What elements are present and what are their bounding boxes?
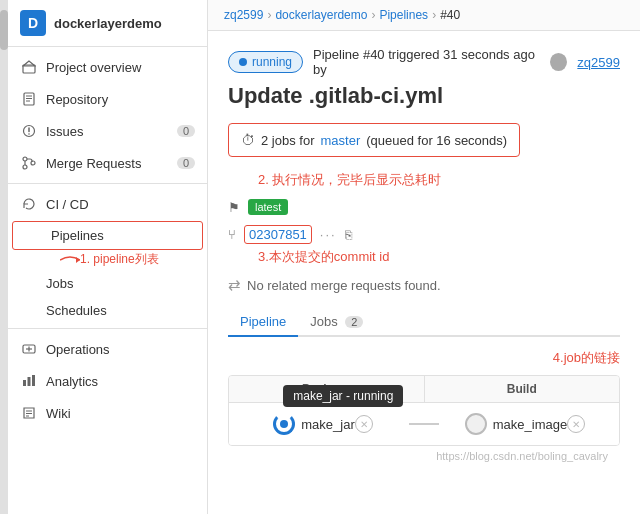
no-mr-text: No related merge requests found.: [247, 278, 441, 293]
project-name: dockerlayerdemo: [54, 16, 162, 31]
sidebar-item-merge-requests[interactable]: Merge Requests 0: [8, 147, 207, 179]
sidebar-item-issues[interactable]: Issues 0: [8, 115, 207, 147]
annotation1-text: 1. pipeline列表: [80, 251, 159, 268]
svg-point-7: [28, 133, 30, 135]
sidebar-item-label: Merge Requests: [46, 156, 141, 171]
pipeline-status-row: running Pipeline #40 triggered 31 second…: [228, 47, 620, 77]
tab-pipeline-label: Pipeline: [240, 314, 286, 329]
job-pending-icon: [465, 413, 487, 435]
book-icon: [20, 90, 38, 108]
commit-dots: ···: [320, 227, 337, 242]
status-label: running: [252, 55, 292, 69]
watermark: https://blog.csdn.net/boling_cavalry: [228, 446, 620, 466]
sidebar-scrollbar[interactable]: [0, 0, 8, 514]
breadcrumb-sep1: ›: [267, 8, 271, 22]
sidebar-item-label: Pipelines: [51, 228, 104, 243]
scrollbar-thumb: [0, 10, 8, 50]
breadcrumb-sep3: ›: [432, 8, 436, 22]
main-content: zq2599 › dockerlayerdemo › Pipelines › #…: [208, 0, 640, 514]
sidebar-item-project-overview[interactable]: Project overview: [8, 51, 207, 83]
sidebar-item-schedules[interactable]: Schedules: [8, 297, 207, 324]
jobs-info-text: 2 jobs for: [261, 133, 314, 148]
wiki-icon: [20, 404, 38, 422]
annotation4-text: 4.job的链接: [228, 349, 620, 367]
sidebar-item-repository[interactable]: Repository: [8, 83, 207, 115]
stage-col-build: make_image ✕: [443, 413, 607, 435]
svg-rect-16: [28, 377, 31, 386]
sidebar-item-label: Schedules: [46, 303, 107, 318]
sidebar-item-label: Project overview: [46, 60, 141, 75]
sidebar-item-operations[interactable]: Operations: [8, 333, 207, 365]
commit-id-link[interactable]: 02307851: [244, 225, 312, 244]
jobs-info-row: ⏱ 2 jobs for master (queued for 16 secon…: [228, 123, 620, 167]
annotation1-container: 1. pipeline列表: [60, 251, 207, 268]
job-cancel-button[interactable]: ✕: [355, 415, 373, 433]
sidebar-divider: [8, 183, 207, 184]
job-name-make-image: make_image: [493, 417, 567, 432]
annotation1-arrow-icon: [60, 254, 80, 266]
job-cancel-button2[interactable]: ✕: [567, 415, 585, 433]
breadcrumb: zq2599 › dockerlayerdemo › Pipelines › #…: [208, 0, 640, 31]
operations-icon: [20, 340, 38, 358]
job-tooltip: make_jar - running: [283, 385, 403, 407]
page-title: Update .gitlab-ci.yml: [228, 83, 620, 109]
copy-icon[interactable]: ⎘: [345, 228, 352, 242]
job-node-make-image[interactable]: make_image: [465, 413, 567, 435]
latest-badge-row: ⚑ latest: [228, 199, 620, 215]
sidebar-item-jobs[interactable]: Jobs: [8, 270, 207, 297]
job-name-make-jar: make_jar: [301, 417, 354, 432]
job-make-jar: make_jar - running make_jar: [273, 413, 354, 435]
sidebar-item-ci-cd[interactable]: CI / CD: [8, 188, 207, 220]
commit-row: ⑂ 02307851 ··· ⎘: [228, 225, 620, 244]
branch-link[interactable]: master: [320, 133, 360, 148]
sidebar-item-label: Operations: [46, 342, 110, 357]
issue-icon: [20, 122, 38, 140]
stage-col-package: make_jar - running make_jar ✕: [241, 413, 405, 435]
home-icon: [20, 58, 38, 76]
breadcrumb-user[interactable]: zq2599: [224, 8, 263, 22]
user-avatar: [550, 53, 567, 71]
svg-point-8: [23, 157, 27, 161]
sidebar-item-pipelines[interactable]: Pipelines: [12, 221, 203, 250]
tab-pipeline[interactable]: Pipeline: [228, 308, 298, 337]
svg-rect-15: [23, 380, 26, 386]
analytics-icon: [20, 372, 38, 390]
project-avatar: D: [20, 10, 46, 36]
queue-info: (queued for 16 seconds): [366, 133, 507, 148]
cicd-icon: [20, 195, 38, 213]
status-badge: running: [228, 51, 303, 73]
merge-icon: ⇄: [228, 276, 241, 294]
flag-icon: ⚑: [228, 200, 240, 215]
svg-point-9: [23, 165, 27, 169]
page-content: running Pipeline #40 triggered 31 second…: [208, 31, 640, 514]
sidebar-header: D dockerlayerdemo: [8, 0, 207, 47]
breadcrumb-project[interactable]: dockerlayerdemo: [275, 8, 367, 22]
sidebar-divider2: [8, 328, 207, 329]
no-mr-row: ⇄ No related merge requests found.: [228, 276, 620, 294]
stages-container: Package Build make_jar - running make_ja…: [228, 375, 620, 446]
breadcrumb-current: #40: [440, 8, 460, 22]
jobs-info-box: ⏱ 2 jobs for master (queued for 16 secon…: [228, 123, 520, 157]
status-dot: [239, 58, 247, 66]
job-node-make-jar[interactable]: make_jar: [273, 413, 354, 435]
latest-badge: latest: [248, 199, 288, 215]
tab-jobs-label: Jobs: [310, 314, 337, 329]
commit-branch-icon: ⑂: [228, 227, 236, 242]
sidebar-item-analytics[interactable]: Analytics: [8, 365, 207, 397]
sidebar-item-wiki[interactable]: Wiki: [8, 397, 207, 429]
trigger-user[interactable]: zq2599: [577, 55, 620, 70]
sidebar-nav: Project overview Repository Issues 0 Mer…: [8, 47, 207, 514]
breadcrumb-section[interactable]: Pipelines: [379, 8, 428, 22]
mr-badge: 0: [177, 157, 195, 169]
pipeline-tabs: Pipeline Jobs 2: [228, 308, 620, 337]
tab-jobs[interactable]: Jobs 2: [298, 308, 375, 337]
sidebar-item-label: Analytics: [46, 374, 98, 389]
jobs-count: 2: [345, 316, 363, 328]
pipeline-trigger-text: Pipeline #40 triggered 31 seconds ago by: [313, 47, 540, 77]
job-spinner-inner: [280, 420, 288, 428]
issues-badge: 0: [177, 125, 195, 137]
job-spinner-icon: [273, 413, 295, 435]
clock-icon: ⏱: [241, 132, 255, 148]
sidebar-item-label: Repository: [46, 92, 108, 107]
sidebar-item-label: Jobs: [46, 276, 73, 291]
